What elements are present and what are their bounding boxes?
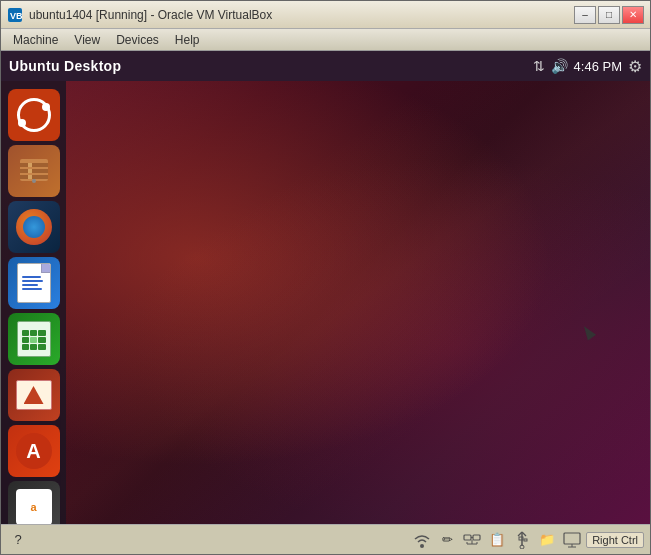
taskbar-right: ✏ 📋 [411, 529, 644, 551]
calc-icon [17, 321, 51, 357]
minimize-button[interactable]: – [574, 6, 596, 24]
launcher-icon-appcenter[interactable]: A [8, 425, 60, 477]
taskbar-shared-folders-icon[interactable]: 📁 [536, 529, 558, 551]
svg-rect-3 [20, 163, 48, 167]
appcenter-icon: A [16, 433, 52, 469]
ubuntu-indicators: ⇅ 🔊 4:46 PM ⚙ [533, 57, 642, 76]
doc-lines [18, 264, 50, 294]
taskbar-clipboard-icon[interactable]: 📋 [486, 529, 508, 551]
virtualbox-window: VB ubuntu1404 [Running] - Oracle VM Virt… [0, 0, 651, 555]
app-letter: A [26, 440, 40, 463]
desktop: A a [1, 81, 650, 524]
svg-rect-4 [20, 169, 48, 173]
taskbar-help-icon[interactable]: ? [7, 529, 29, 551]
sync-icon: ⇅ [533, 58, 545, 74]
svg-rect-6 [28, 163, 32, 167]
svg-rect-24 [564, 533, 580, 544]
unity-launcher: A a [1, 81, 66, 524]
menu-machine[interactable]: Machine [5, 31, 66, 49]
svg-point-10 [420, 544, 424, 548]
launcher-icon-writer[interactable] [8, 257, 60, 309]
menu-bar: Machine View Devices Help [1, 29, 650, 51]
impress-icon [16, 380, 52, 410]
impress-shape [24, 386, 44, 404]
taskbar-network-icon[interactable] [411, 529, 433, 551]
amazon-icon: a [16, 489, 52, 524]
menu-help[interactable]: Help [167, 31, 208, 49]
svg-rect-7 [28, 169, 32, 173]
taskbar: ? ✏ [1, 524, 650, 554]
firefox-globe [23, 216, 45, 238]
maximize-button[interactable]: □ [598, 6, 620, 24]
launcher-icon-firefox[interactable] [8, 201, 60, 253]
launcher-icon-impress[interactable] [8, 369, 60, 421]
taskbar-left: ? [7, 529, 29, 551]
svg-rect-5 [20, 175, 48, 179]
writer-icon [17, 263, 51, 303]
right-ctrl-badge[interactable]: Right Ctrl [586, 532, 644, 548]
menu-view[interactable]: View [66, 31, 108, 49]
launcher-icon-ubuntu[interactable] [8, 89, 60, 141]
svg-text:VB: VB [10, 11, 23, 21]
taskbar-screen-icon[interactable] [561, 529, 583, 551]
taskbar-usb-icon[interactable] [511, 529, 533, 551]
settings-icon[interactable]: ⚙ [628, 57, 642, 76]
title-bar: VB ubuntu1404 [Running] - Oracle VM Virt… [1, 1, 650, 29]
virtualbox-icon: VB [7, 7, 23, 23]
calc-grid [18, 326, 50, 354]
menu-devices[interactable]: Devices [108, 31, 167, 49]
svg-point-9 [32, 179, 36, 183]
svg-rect-11 [464, 535, 471, 540]
launcher-icon-amazon[interactable]: a [8, 481, 60, 524]
sound-icon[interactable]: 🔊 [551, 58, 568, 74]
system-clock: 4:46 PM [574, 59, 622, 74]
taskbar-edit-icon[interactable]: ✏ [436, 529, 458, 551]
ubuntu-title: Ubuntu Desktop [9, 58, 121, 74]
window-controls: – □ ✕ [574, 6, 644, 24]
mouse-cursor [583, 325, 595, 343]
launcher-icon-files[interactable] [8, 145, 60, 197]
desktop-content[interactable] [66, 81, 650, 524]
svg-rect-12 [473, 535, 480, 540]
svg-rect-22 [524, 539, 527, 541]
amazon-text: a [30, 501, 36, 513]
firefox-icon [16, 209, 52, 245]
launcher-icon-calc[interactable] [8, 313, 60, 365]
ubuntu-topbar: Ubuntu Desktop ⇅ 🔊 4:46 PM ⚙ [1, 51, 650, 81]
files-icon-svg [16, 153, 52, 189]
close-button[interactable]: ✕ [622, 6, 644, 24]
taskbar-vm-icon[interactable] [461, 529, 483, 551]
svg-rect-8 [28, 175, 32, 179]
ubuntu-logo [17, 98, 51, 132]
window-title: ubuntu1404 [Running] - Oracle VM Virtual… [29, 8, 272, 22]
